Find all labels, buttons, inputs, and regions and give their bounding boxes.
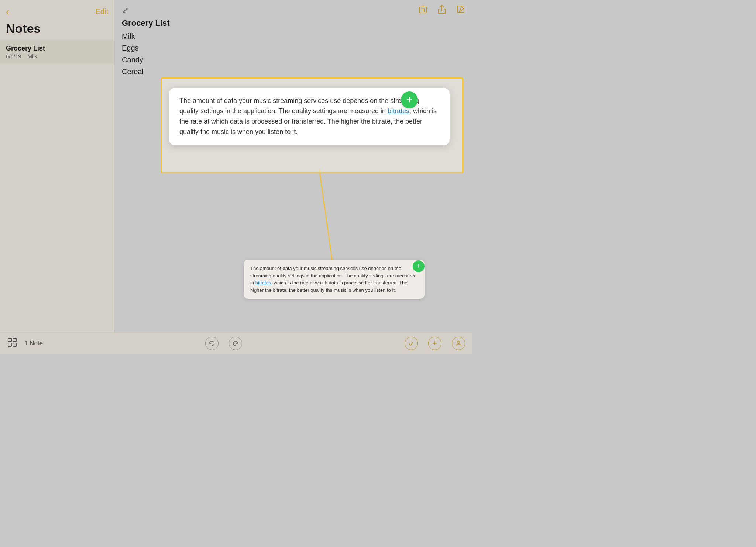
app-container: ‹ Edit Notes Grocery List 6/6/19 Milk ⤢ bbox=[0, 0, 472, 332]
toolbar-actions bbox=[419, 4, 465, 16]
tooltip-text-small: The amount of data your music streaming … bbox=[250, 265, 418, 294]
bottom-center-actions bbox=[205, 337, 242, 350]
bottom-left-actions: 1 Note bbox=[7, 337, 43, 349]
svg-rect-14 bbox=[13, 343, 16, 346]
bottom-right-actions: + bbox=[405, 337, 465, 350]
svg-rect-12 bbox=[13, 338, 16, 342]
tooltip-text-small-post: , which is the rate at which data is pro… bbox=[250, 280, 407, 293]
note-line-1: Milk bbox=[122, 30, 465, 42]
person-button[interactable] bbox=[452, 337, 465, 350]
edit-note-icon[interactable] bbox=[456, 5, 465, 16]
note-item-date: 6/6/19 bbox=[6, 53, 21, 59]
note-count-label: 1 Note bbox=[24, 340, 43, 347]
redo-button[interactable] bbox=[229, 337, 242, 350]
grid-icon[interactable] bbox=[7, 337, 17, 349]
sidebar-header: ‹ Edit bbox=[0, 0, 114, 20]
tooltip-text-pre-link: The amount of data your music streaming … bbox=[179, 97, 419, 115]
main-toolbar: ⤢ bbox=[114, 0, 472, 21]
edit-button[interactable]: Edit bbox=[96, 7, 108, 16]
tooltip-text-large: The amount of data your music streaming … bbox=[179, 96, 439, 137]
bitrates-link-large[interactable]: bitrates bbox=[388, 107, 409, 115]
share-icon[interactable] bbox=[438, 4, 446, 16]
bitrates-link-small[interactable]: bitrates bbox=[255, 280, 271, 285]
back-button[interactable]: ‹ bbox=[6, 7, 9, 17]
add-annotation-button-small[interactable]: + bbox=[413, 260, 425, 272]
undo-button[interactable] bbox=[205, 337, 219, 350]
bottom-toolbar: 1 Note + bbox=[0, 332, 472, 354]
svg-point-15 bbox=[457, 341, 460, 343]
svg-rect-13 bbox=[8, 343, 11, 346]
main-content: ⤢ bbox=[114, 0, 472, 332]
add-annotation-button-large[interactable]: + bbox=[401, 91, 418, 108]
note-line-4: Cereal bbox=[122, 66, 465, 77]
sidebar-title: Notes bbox=[0, 20, 114, 40]
expand-icon[interactable]: ⤢ bbox=[122, 6, 128, 15]
tooltip-bubble-small: The amount of data your music streaming … bbox=[244, 260, 425, 299]
sidebar: ‹ Edit Notes Grocery List 6/6/19 Milk bbox=[0, 0, 114, 332]
note-item-meta: 6/6/19 Milk bbox=[6, 53, 108, 59]
note-list-item[interactable]: Grocery List 6/6/19 Milk bbox=[0, 40, 114, 64]
note-list-content: Milk Eggs Candy Cereal bbox=[122, 30, 465, 77]
note-line-2: Eggs bbox=[122, 42, 465, 54]
trash-icon[interactable] bbox=[419, 4, 427, 16]
plus-icon-large: + bbox=[406, 94, 412, 105]
add-button[interactable]: + bbox=[428, 337, 441, 350]
note-item-preview: Milk bbox=[27, 53, 37, 59]
svg-rect-11 bbox=[8, 338, 11, 342]
note-item-title: Grocery List bbox=[6, 45, 108, 52]
plus-icon-small: + bbox=[416, 262, 421, 270]
checkmark-button[interactable] bbox=[405, 337, 418, 350]
note-line-3: Candy bbox=[122, 54, 465, 66]
